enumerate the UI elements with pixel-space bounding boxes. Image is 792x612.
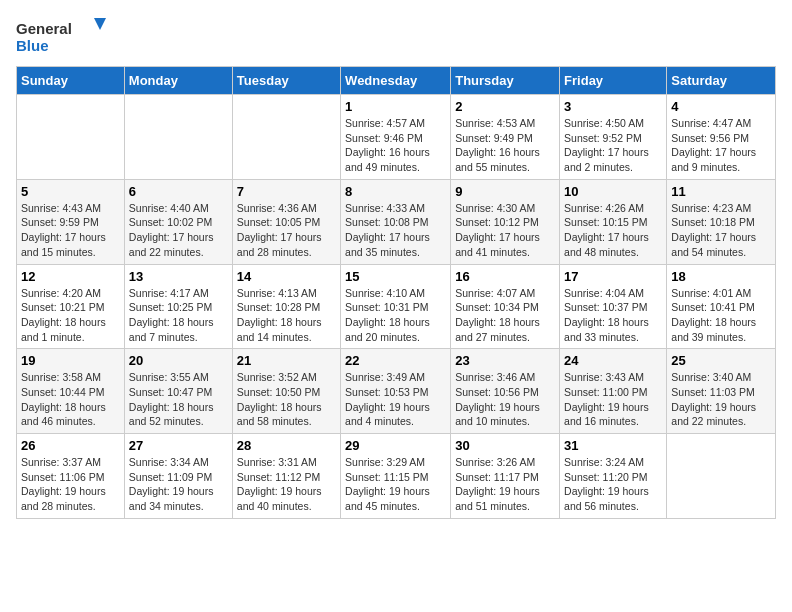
- day-info: Sunrise: 4:01 AM Sunset: 10:41 PM Daylig…: [671, 286, 771, 345]
- day-cell: 2Sunrise: 4:53 AM Sunset: 9:49 PM Daylig…: [451, 95, 560, 180]
- day-number: 14: [237, 269, 336, 284]
- day-number: 5: [21, 184, 120, 199]
- day-number: 31: [564, 438, 662, 453]
- day-cell: 21Sunrise: 3:52 AM Sunset: 10:50 PM Dayl…: [232, 349, 340, 434]
- day-header-sunday: Sunday: [17, 67, 125, 95]
- day-info: Sunrise: 3:24 AM Sunset: 11:20 PM Daylig…: [564, 455, 662, 514]
- day-cell: 28Sunrise: 3:31 AM Sunset: 11:12 PM Dayl…: [232, 434, 340, 519]
- day-info: Sunrise: 3:52 AM Sunset: 10:50 PM Daylig…: [237, 370, 336, 429]
- day-number: 27: [129, 438, 228, 453]
- day-header-saturday: Saturday: [667, 67, 776, 95]
- day-number: 12: [21, 269, 120, 284]
- day-cell: 13Sunrise: 4:17 AM Sunset: 10:25 PM Dayl…: [124, 264, 232, 349]
- day-number: 2: [455, 99, 555, 114]
- day-cell: 11Sunrise: 4:23 AM Sunset: 10:18 PM Dayl…: [667, 179, 776, 264]
- day-number: 4: [671, 99, 771, 114]
- day-header-friday: Friday: [560, 67, 667, 95]
- day-number: 8: [345, 184, 446, 199]
- day-info: Sunrise: 4:04 AM Sunset: 10:37 PM Daylig…: [564, 286, 662, 345]
- day-info: Sunrise: 4:20 AM Sunset: 10:21 PM Daylig…: [21, 286, 120, 345]
- day-info: Sunrise: 4:17 AM Sunset: 10:25 PM Daylig…: [129, 286, 228, 345]
- day-info: Sunrise: 4:40 AM Sunset: 10:02 PM Daylig…: [129, 201, 228, 260]
- day-info: Sunrise: 4:23 AM Sunset: 10:18 PM Daylig…: [671, 201, 771, 260]
- day-number: 9: [455, 184, 555, 199]
- day-info: Sunrise: 3:31 AM Sunset: 11:12 PM Daylig…: [237, 455, 336, 514]
- day-header-thursday: Thursday: [451, 67, 560, 95]
- day-number: 29: [345, 438, 446, 453]
- day-info: Sunrise: 3:37 AM Sunset: 11:06 PM Daylig…: [21, 455, 120, 514]
- days-header-row: SundayMondayTuesdayWednesdayThursdayFrid…: [17, 67, 776, 95]
- day-info: Sunrise: 4:53 AM Sunset: 9:49 PM Dayligh…: [455, 116, 555, 175]
- svg-marker-2: [94, 18, 106, 30]
- day-cell: 14Sunrise: 4:13 AM Sunset: 10:28 PM Dayl…: [232, 264, 340, 349]
- day-info: Sunrise: 3:40 AM Sunset: 11:03 PM Daylig…: [671, 370, 771, 429]
- day-cell: 31Sunrise: 3:24 AM Sunset: 11:20 PM Dayl…: [560, 434, 667, 519]
- day-cell: 3Sunrise: 4:50 AM Sunset: 9:52 PM Daylig…: [560, 95, 667, 180]
- day-cell: [667, 434, 776, 519]
- day-cell: [232, 95, 340, 180]
- day-info: Sunrise: 4:43 AM Sunset: 9:59 PM Dayligh…: [21, 201, 120, 260]
- day-number: 13: [129, 269, 228, 284]
- header-area: General Blue: [16, 16, 776, 56]
- day-number: 22: [345, 353, 446, 368]
- day-cell: 23Sunrise: 3:46 AM Sunset: 10:56 PM Dayl…: [451, 349, 560, 434]
- day-cell: 24Sunrise: 3:43 AM Sunset: 11:00 PM Dayl…: [560, 349, 667, 434]
- day-cell: 10Sunrise: 4:26 AM Sunset: 10:15 PM Dayl…: [560, 179, 667, 264]
- day-cell: 17Sunrise: 4:04 AM Sunset: 10:37 PM Dayl…: [560, 264, 667, 349]
- day-number: 30: [455, 438, 555, 453]
- day-number: 10: [564, 184, 662, 199]
- day-cell: 12Sunrise: 4:20 AM Sunset: 10:21 PM Dayl…: [17, 264, 125, 349]
- day-cell: 20Sunrise: 3:55 AM Sunset: 10:47 PM Dayl…: [124, 349, 232, 434]
- day-info: Sunrise: 4:36 AM Sunset: 10:05 PM Daylig…: [237, 201, 336, 260]
- day-info: Sunrise: 4:57 AM Sunset: 9:46 PM Dayligh…: [345, 116, 446, 175]
- day-cell: 26Sunrise: 3:37 AM Sunset: 11:06 PM Dayl…: [17, 434, 125, 519]
- day-number: 19: [21, 353, 120, 368]
- week-row-3: 12Sunrise: 4:20 AM Sunset: 10:21 PM Dayl…: [17, 264, 776, 349]
- day-cell: 15Sunrise: 4:10 AM Sunset: 10:31 PM Dayl…: [341, 264, 451, 349]
- calendar-table: SundayMondayTuesdayWednesdayThursdayFrid…: [16, 66, 776, 519]
- day-info: Sunrise: 3:49 AM Sunset: 10:53 PM Daylig…: [345, 370, 446, 429]
- day-number: 3: [564, 99, 662, 114]
- day-cell: 7Sunrise: 4:36 AM Sunset: 10:05 PM Dayli…: [232, 179, 340, 264]
- day-number: 17: [564, 269, 662, 284]
- day-header-tuesday: Tuesday: [232, 67, 340, 95]
- day-cell: 18Sunrise: 4:01 AM Sunset: 10:41 PM Dayl…: [667, 264, 776, 349]
- day-number: 20: [129, 353, 228, 368]
- day-info: Sunrise: 3:46 AM Sunset: 10:56 PM Daylig…: [455, 370, 555, 429]
- day-info: Sunrise: 4:10 AM Sunset: 10:31 PM Daylig…: [345, 286, 446, 345]
- day-header-monday: Monday: [124, 67, 232, 95]
- day-info: Sunrise: 4:50 AM Sunset: 9:52 PM Dayligh…: [564, 116, 662, 175]
- day-number: 26: [21, 438, 120, 453]
- day-cell: [124, 95, 232, 180]
- day-cell: 5Sunrise: 4:43 AM Sunset: 9:59 PM Daylig…: [17, 179, 125, 264]
- day-cell: 30Sunrise: 3:26 AM Sunset: 11:17 PM Dayl…: [451, 434, 560, 519]
- day-cell: 22Sunrise: 3:49 AM Sunset: 10:53 PM Dayl…: [341, 349, 451, 434]
- day-header-wednesday: Wednesday: [341, 67, 451, 95]
- day-number: 11: [671, 184, 771, 199]
- day-info: Sunrise: 3:43 AM Sunset: 11:00 PM Daylig…: [564, 370, 662, 429]
- day-info: Sunrise: 3:29 AM Sunset: 11:15 PM Daylig…: [345, 455, 446, 514]
- day-info: Sunrise: 3:34 AM Sunset: 11:09 PM Daylig…: [129, 455, 228, 514]
- day-cell: 19Sunrise: 3:58 AM Sunset: 10:44 PM Dayl…: [17, 349, 125, 434]
- day-number: 24: [564, 353, 662, 368]
- week-row-2: 5Sunrise: 4:43 AM Sunset: 9:59 PM Daylig…: [17, 179, 776, 264]
- week-row-5: 26Sunrise: 3:37 AM Sunset: 11:06 PM Dayl…: [17, 434, 776, 519]
- day-number: 1: [345, 99, 446, 114]
- day-info: Sunrise: 4:26 AM Sunset: 10:15 PM Daylig…: [564, 201, 662, 260]
- day-cell: 1Sunrise: 4:57 AM Sunset: 9:46 PM Daylig…: [341, 95, 451, 180]
- day-cell: 4Sunrise: 4:47 AM Sunset: 9:56 PM Daylig…: [667, 95, 776, 180]
- day-cell: 27Sunrise: 3:34 AM Sunset: 11:09 PM Dayl…: [124, 434, 232, 519]
- generalblue-logo-icon: General Blue: [16, 16, 106, 56]
- day-cell: 9Sunrise: 4:30 AM Sunset: 10:12 PM Dayli…: [451, 179, 560, 264]
- day-cell: [17, 95, 125, 180]
- svg-text:Blue: Blue: [16, 37, 49, 54]
- day-number: 7: [237, 184, 336, 199]
- day-cell: 6Sunrise: 4:40 AM Sunset: 10:02 PM Dayli…: [124, 179, 232, 264]
- day-number: 23: [455, 353, 555, 368]
- day-number: 28: [237, 438, 336, 453]
- svg-text:General: General: [16, 20, 72, 37]
- day-number: 25: [671, 353, 771, 368]
- day-info: Sunrise: 4:30 AM Sunset: 10:12 PM Daylig…: [455, 201, 555, 260]
- day-info: Sunrise: 3:26 AM Sunset: 11:17 PM Daylig…: [455, 455, 555, 514]
- day-number: 21: [237, 353, 336, 368]
